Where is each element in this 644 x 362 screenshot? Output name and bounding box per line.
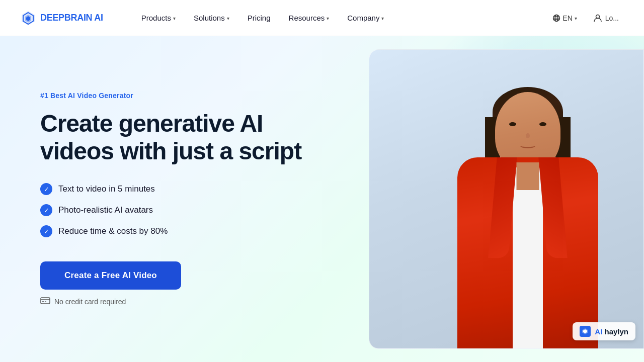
login-label: Lo... — [605, 14, 619, 22]
user-icon — [593, 14, 602, 23]
credit-card-icon — [40, 297, 50, 307]
hero-title: Create generative AI videos with just a … — [40, 110, 324, 165]
badge-ai: AI — [595, 327, 602, 336]
nav-right: EN ▾ Lo... — [547, 11, 624, 26]
nav-products[interactable]: Products ▾ — [133, 10, 184, 26]
badge-logo-icon — [580, 326, 591, 337]
badge-text: AI haylyn — [595, 327, 628, 336]
products-chevron-icon: ▾ — [173, 16, 176, 21]
feature-item-2: ✓ Photo-realistic AI avatars — [40, 204, 324, 216]
nav-company[interactable]: Company ▾ — [339, 10, 392, 26]
login-button[interactable]: Lo... — [588, 11, 624, 26]
logo-text: DEEPBRAIN AI — [40, 13, 103, 23]
avatar-neck — [517, 162, 539, 190]
check-icon-3: ✓ — [40, 225, 52, 237]
globe-icon — [552, 14, 560, 22]
cta-area: Create a Free AI Video No credit card re… — [40, 261, 324, 307]
nav-resources[interactable]: Resources ▾ — [281, 10, 338, 26]
resources-chevron-icon: ▾ — [327, 16, 329, 21]
company-chevron-icon: ▾ — [381, 16, 384, 21]
logo-icon — [20, 10, 36, 26]
check-icon-1: ✓ — [40, 183, 52, 195]
hero-right: AI haylyn — [354, 36, 644, 362]
hero-left: #1 Best AI Video Generator Create genera… — [0, 36, 354, 362]
lang-label: EN — [562, 14, 572, 22]
check-icon-2: ✓ — [40, 204, 52, 216]
feature-list: ✓ Text to video in 5 minutes ✓ Photo-rea… — [40, 183, 324, 237]
svg-rect-10 — [41, 298, 50, 304]
video-panel: AI haylyn — [369, 49, 644, 349]
nav-pricing[interactable]: Pricing — [239, 10, 279, 26]
no-card-row: No credit card required — [40, 297, 324, 307]
avatar-shirt — [513, 167, 543, 348]
lang-chevron-icon: ▾ — [575, 16, 577, 21]
feature-item-3: ✓ Reduce time & costs by 80% — [40, 225, 324, 237]
no-card-label: No credit card required — [54, 298, 126, 306]
avatar-figure — [442, 50, 613, 348]
hero-badge: #1 Best AI Video Generator — [40, 92, 324, 100]
avatar-badge: AI haylyn — [573, 322, 635, 340]
feature-text-3: Reduce time & costs by 80% — [58, 226, 168, 236]
hero-section: #1 Best AI Video Generator Create genera… — [0, 36, 644, 362]
cta-button[interactable]: Create a Free AI Video — [40, 261, 181, 290]
nav-links: Products ▾ Solutions ▾ Pricing Resources… — [133, 10, 548, 26]
feature-text-2: Photo-realistic AI avatars — [58, 205, 153, 215]
badge-name: haylyn — [604, 327, 628, 336]
navbar: DEEPBRAIN AI Products ▾ Solutions ▾ Pric… — [0, 0, 644, 36]
logo[interactable]: DEEPBRAIN AI — [20, 10, 103, 26]
feature-text-1: Text to video in 5 minutes — [58, 184, 155, 194]
language-selector[interactable]: EN ▾ — [547, 11, 582, 25]
avatar-body — [457, 87, 598, 348]
solutions-chevron-icon: ▾ — [227, 16, 229, 21]
feature-item-1: ✓ Text to video in 5 minutes — [40, 183, 324, 195]
nav-solutions[interactable]: Solutions ▾ — [186, 10, 237, 26]
